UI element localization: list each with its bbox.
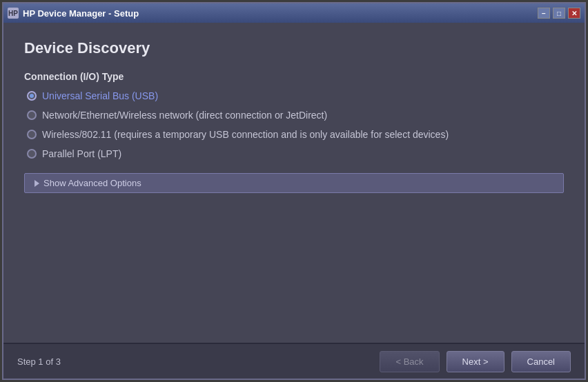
radio-label-network: Network/Ethernet/Wireless network (direc… <box>42 110 327 121</box>
app-icon: HP <box>8 8 19 19</box>
connection-type-group: Universal Serial Bus (USB) Network/Ether… <box>27 90 564 159</box>
page-title: Device Discovery <box>24 39 564 57</box>
footer: Step 1 of 3 < Back Next > Cancel <box>3 343 585 379</box>
radio-label-wireless: Wireless/802.11 (requires a temporary US… <box>42 129 449 140</box>
radio-circle-usb <box>27 91 37 101</box>
content-area: Device Discovery Connection (I/O) Type U… <box>3 23 585 343</box>
title-bar-left: HP HP Device Manager - Setup <box>8 8 139 19</box>
radio-label-usb: Universal Serial Bus (USB) <box>42 90 158 101</box>
show-advanced-options-button[interactable]: Show Advanced Options <box>24 173 564 193</box>
title-bar-controls: − □ ✕ <box>538 8 580 19</box>
radio-item-parallel[interactable]: Parallel Port (LPT) <box>27 148 564 159</box>
back-button[interactable]: < Back <box>380 351 439 372</box>
advanced-options-label: Show Advanced Options <box>43 178 141 188</box>
triangle-icon <box>35 180 39 187</box>
radio-circle-parallel <box>27 149 37 159</box>
radio-item-wireless[interactable]: Wireless/802.11 (requires a temporary US… <box>27 129 564 140</box>
radio-label-parallel: Parallel Port (LPT) <box>42 148 121 159</box>
minimize-button[interactable]: − <box>538 8 550 19</box>
radio-item-usb[interactable]: Universal Serial Bus (USB) <box>27 90 564 101</box>
footer-buttons: < Back Next > Cancel <box>380 351 571 372</box>
main-window: HP HP Device Manager - Setup − □ ✕ Devic… <box>2 2 586 380</box>
restore-button[interactable]: □ <box>553 8 565 19</box>
radio-circle-network <box>27 110 37 120</box>
connection-section-label: Connection (I/O) Type <box>24 71 564 82</box>
step-label: Step 1 of 3 <box>17 356 61 367</box>
radio-item-network[interactable]: Network/Ethernet/Wireless network (direc… <box>27 110 564 121</box>
next-button[interactable]: Next > <box>447 351 504 372</box>
cancel-button[interactable]: Cancel <box>511 351 571 372</box>
title-bar: HP HP Device Manager - Setup − □ ✕ <box>3 3 585 23</box>
radio-circle-wireless <box>27 130 37 139</box>
window-title: HP Device Manager - Setup <box>23 8 139 19</box>
content-spacer <box>24 193 564 334</box>
close-button[interactable]: ✕ <box>568 8 580 19</box>
